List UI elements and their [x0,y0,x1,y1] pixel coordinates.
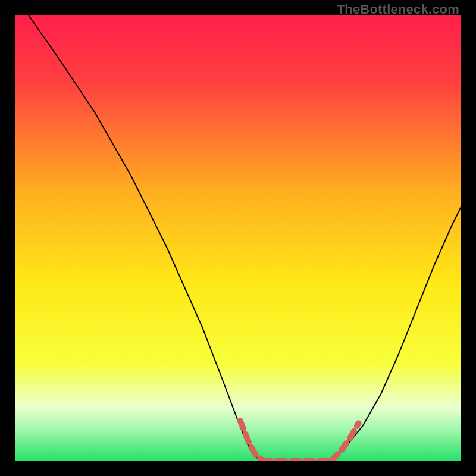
svg-rect-0 [15,15,461,461]
chart-plot-area [15,15,461,461]
chart-frame: TheBottleneck.com [0,0,476,476]
chart-svg [15,15,461,461]
